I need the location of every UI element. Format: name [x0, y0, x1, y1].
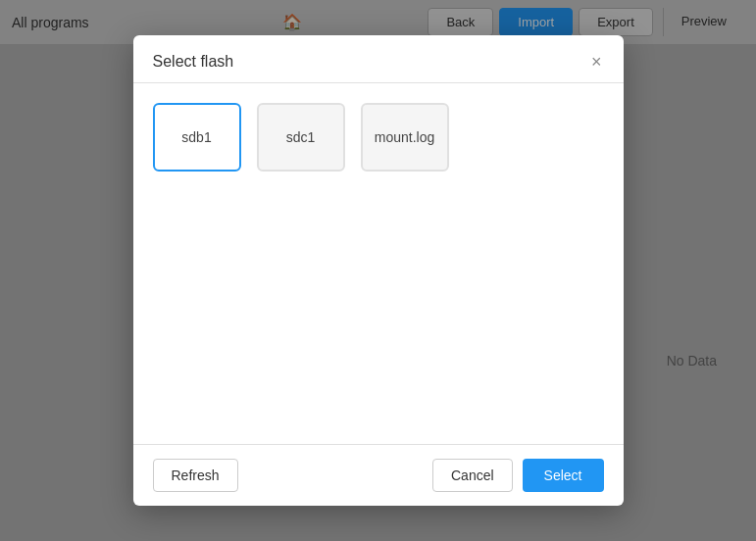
dialog-header: Select flash × [133, 35, 624, 83]
dialog-footer: Refresh Cancel Select [133, 444, 624, 506]
footer-actions: Cancel Select [432, 459, 604, 492]
dialog-overlay: Select flash × sdb1 sdc1 mount.log Refre… [0, 0, 756, 541]
dialog-title: Select flash [153, 53, 234, 71]
select-button[interactable]: Select [523, 459, 604, 492]
refresh-button[interactable]: Refresh [153, 459, 238, 492]
flash-item-sdb1[interactable]: sdb1 [153, 103, 241, 172]
dialog-body: sdb1 sdc1 mount.log [133, 83, 624, 444]
close-button[interactable]: × [589, 53, 604, 71]
select-flash-dialog: Select flash × sdb1 sdc1 mount.log Refre… [133, 35, 624, 506]
flash-item-sdc1[interactable]: sdc1 [257, 103, 345, 172]
flash-item-mount-log[interactable]: mount.log [361, 103, 449, 172]
cancel-button[interactable]: Cancel [432, 459, 513, 492]
flash-options: sdb1 sdc1 mount.log [153, 103, 604, 172]
